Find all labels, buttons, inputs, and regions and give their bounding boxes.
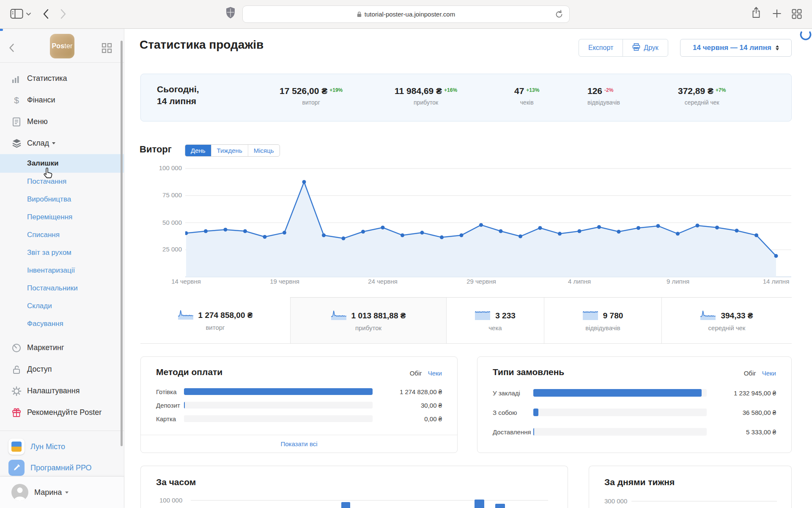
marketing-icon [11,343,22,353]
back-icon[interactable] [42,8,49,19]
submenu-label: Інвентаризації [27,266,75,275]
y-axis-tick: 25 000 [140,246,182,253]
submenu-label: Постачання [27,177,66,186]
x-axis-tick: 29 червня [466,278,496,285]
sidebar-divider [0,431,124,431]
user-name: Марина [34,488,62,497]
sidebar-item-vyrobnytstva[interactable]: Виробництва [0,190,124,208]
shield-icon[interactable] [225,6,236,19]
sidebar-item-statistics[interactable]: Статистика [0,68,124,89]
sidebar-item-prohramnyi-rro[interactable]: Програмний РРО [0,457,124,478]
sidebar-item-menu[interactable]: Меню [0,111,124,133]
bar-track [533,409,707,416]
sidebar-item-lun-misto[interactable]: Лун Місто [0,436,124,457]
sidebar-item-fasuvannia[interactable]: Фасування [0,315,124,333]
sidebar-item-warehouse[interactable]: Склад [0,133,124,154]
y-axis-tick: 300 000 [604,497,627,505]
sparkline-icon [583,310,598,322]
today-title: Сьогодні, 14 липня [157,83,199,107]
sidebar-item-zvit-za-rukhom[interactable]: Звіт за рухом [0,244,124,262]
new-tab-icon[interactable] [772,9,782,18]
delta-badge: +16% [444,87,457,93]
toggle-turnover[interactable]: Обіг [744,370,756,377]
bar-track [533,428,707,436]
sidebar-item-zalyshky[interactable]: Залишки [0,154,124,173]
footer-link-label: Лун Місто [30,442,65,451]
x-axis-tick: 4 липня [568,278,591,285]
sidebar-item-postachannia[interactable]: Постачання [0,173,124,190]
x-axis-tick: 24 червня [368,278,398,285]
revenue-line-chart[interactable] [185,165,791,282]
sidebar-item-postachalnyky[interactable]: Постачальники [0,279,124,297]
bar-row-deposit: Депозит 30,00 ₴ [156,398,442,412]
sidebar-item-inventaryzatsii[interactable]: Інвентаризації [0,262,124,279]
share-icon[interactable] [751,6,761,19]
panel-title: За днями тижня [604,477,675,487]
apps-grid-icon[interactable] [102,43,112,55]
bar [475,500,484,508]
summary-cell-visitors[interactable]: 9 780 відвідувачів [544,297,661,343]
toggle-receipts[interactable]: Чеки [762,370,776,377]
tab-grid-icon[interactable] [792,9,802,19]
summary-cell-profit[interactable]: 1 013 881,88 ₴ прибуток [290,297,446,343]
sparkline-icon [700,310,716,322]
sidebar-item-finances[interactable]: $ Фінанси [0,89,124,111]
summary-cell-avg-receipt[interactable]: 394,33 ₴ середній чек [661,297,792,343]
finance-icon: $ [11,95,22,105]
user-menu[interactable]: Марина [0,476,124,508]
lock-icon [357,11,362,17]
sidebar-scrollbar[interactable] [121,41,123,446]
address-bar[interactable]: tutorial-poster-ua.joinposter.com [242,6,570,23]
toggle-receipts[interactable]: Чеки [428,370,442,377]
sidebar: Poster Статистика $ Фінанси Меню Склад [0,29,124,508]
tab-week[interactable]: Тиждень [211,145,248,156]
sidebar-item-spysannia[interactable]: Списання [0,226,124,244]
tab-day[interactable]: День [185,145,211,156]
metric-toggle: Обіг Чеки [744,370,776,377]
bar-value: 1 274 828,00 ₴ [379,388,442,395]
sidebar-item-label: Статистика [27,74,67,83]
bar-label: Доставлення [493,428,533,436]
collapse-sidebar-icon[interactable] [8,43,14,54]
warehouse-icon [11,138,22,149]
bar-fill [533,389,702,397]
order-types-panel: Типи замовлень Обіг Чеки У закладі 1 232… [477,356,792,453]
sidebar-item-settings[interactable]: Налаштування [0,380,124,402]
today-stat-avg-receipt: 372,89 ₴+7% середній чек [678,86,726,106]
printer-icon [632,43,640,52]
sidebar-item-sklady[interactable]: Склади [0,297,124,315]
delta-badge: +7% [716,87,726,93]
sidebar-item-recommend-poster[interactable]: Рекомендуйте Poster [0,402,124,423]
url-text: tutorial-poster-ua.joinposter.com [365,11,455,18]
submenu-label: Постачальники [27,284,78,293]
forward-icon[interactable] [60,8,67,19]
toggle-turnover[interactable]: Обіг [410,370,422,377]
sidebar-item-access[interactable]: Доступ [0,359,124,380]
date-range-picker[interactable]: 14 червня — 14 липня [680,39,792,57]
revenue-chart-title: Виторг [140,144,172,155]
delta-badge: +19% [329,87,343,93]
bar-row-dine-in: У закладі 1 232 945,00 ₴ [493,383,776,403]
reload-icon[interactable] [555,10,563,19]
x-axis-tick: 9 липня [667,278,689,285]
gridline [631,501,777,502]
summary-cell-receipts[interactable]: 3 233 чека [446,297,544,343]
sidebar-item-marketing[interactable]: Маркетинг [0,337,124,359]
x-axis-tick: 19 червня [270,278,299,285]
tab-month[interactable]: Місяць [248,145,280,156]
print-button[interactable]: Друк [623,39,668,56]
by-time-panel: За часом 100 000 [140,466,568,508]
chevron-down-icon[interactable] [26,13,31,16]
spinner-icon [799,31,812,44]
bar [495,504,505,508]
show-all-link[interactable]: Показати всі [141,435,457,453]
bar [341,502,350,508]
summary-cell-revenue[interactable]: 1 274 858,00 ₴ виторг [140,297,290,343]
poster-logo[interactable]: Poster [50,34,74,58]
sidebar-item-peremishchennia[interactable]: Переміщення [0,208,124,226]
sidebar-toggle-icon[interactable] [10,8,24,19]
today-stat-profit: 11 984,69 ₴+16% прибуток [395,86,457,106]
export-button[interactable]: Експорт [579,39,623,56]
date-range-value: 14 червня — 14 липня [693,44,771,52]
submenu-label: Переміщення [27,213,72,221]
